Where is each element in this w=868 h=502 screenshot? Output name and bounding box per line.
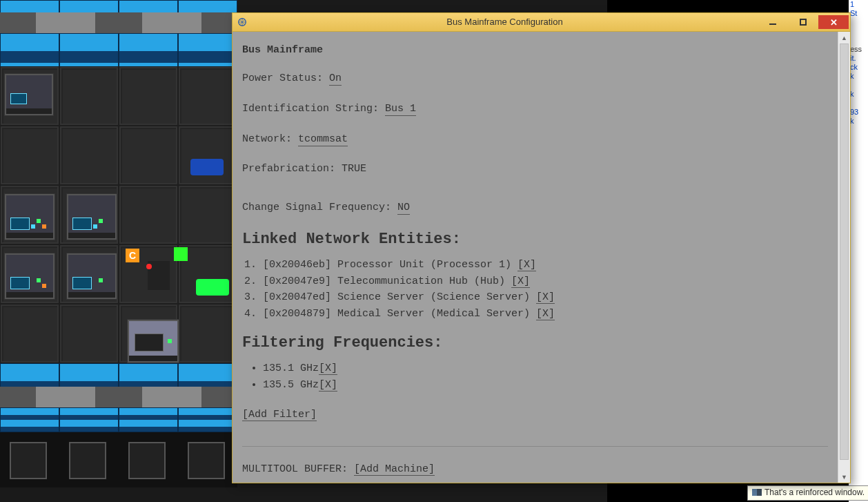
entity-desc: Medical Server (Medical Server)	[337, 308, 530, 320]
bus-machine[interactable]	[66, 253, 117, 300]
floor-tile	[0, 126, 59, 185]
linked-entities-heading: Linked Network Entities:	[242, 231, 828, 248]
minimize-button[interactable]	[758, 15, 788, 29]
vent-tile	[188, 442, 225, 479]
hud-line: St	[850, 9, 868, 18]
entity-row: [0x20047ed] Science Server (Science Serv…	[263, 290, 828, 305]
hud-line: k	[850, 90, 868, 99]
scroll-down-button[interactable]: ▼	[838, 471, 850, 483]
config-window: Bus Mainframe Configuration ✕ Bus Mainfr…	[232, 12, 851, 483]
filter-remove-button[interactable]: [X]	[319, 363, 337, 375]
green-marker-icon	[174, 247, 188, 261]
entity-remove-button[interactable]: [X]	[536, 308, 555, 320]
machine-screen	[10, 93, 27, 104]
machine-screen	[72, 277, 92, 289]
entity-remove-button[interactable]: [X]	[511, 276, 530, 288]
id-string-value[interactable]: Bus 1	[385, 103, 416, 116]
hud-line: ck	[850, 63, 868, 72]
prefab-label: Prefabrication:	[242, 163, 342, 175]
filter-row: 135.5 GHz[X]	[263, 378, 828, 393]
processor-machine[interactable]	[127, 319, 179, 363]
network-value[interactable]: tcommsat	[298, 133, 348, 146]
led-icon	[42, 224, 46, 229]
entity-hex: [0x20046eb]	[263, 259, 331, 271]
processor-window	[135, 334, 164, 351]
entity-hex: [0x20047e9]	[263, 276, 331, 287]
network-label: Network:	[242, 133, 298, 145]
entity-hex: [0x2004879]	[263, 308, 331, 320]
led-icon	[99, 278, 103, 282]
scroll-up-button[interactable]: ▲	[838, 32, 850, 44]
hud-line: 1	[850, 0, 868, 9]
floor-tile	[0, 304, 59, 363]
multitool-label: MULTITOOL BUFFER:	[242, 463, 354, 475]
machine-screen	[10, 218, 30, 230]
entity-remove-button[interactable]: [X]	[517, 259, 536, 271]
entity-desc: Processor Unit (Processor 1)	[337, 259, 511, 271]
power-status-toggle[interactable]: On	[329, 73, 342, 86]
entity-remove-button[interactable]: [X]	[536, 291, 555, 304]
floor-tile	[59, 126, 119, 185]
bus-machine[interactable]	[4, 253, 55, 300]
change-signal-toggle[interactable]: NO	[397, 202, 410, 215]
id-string-field: Identification String: Bus 1	[242, 102, 828, 117]
led-icon	[37, 278, 41, 282]
bus-machine[interactable]	[4, 193, 55, 240]
filter-list: 135.1 GHz[X] 135.5 GHz[X]	[242, 361, 828, 393]
floor-tile	[119, 126, 178, 185]
scroll-thumb[interactable]	[840, 44, 849, 460]
led-icon	[168, 339, 172, 343]
wall-tile	[119, 407, 178, 432]
entity-row: [0x20047e9] Telecommunication Hub (Hub) …	[263, 274, 828, 289]
drone-blue-icon[interactable]	[190, 159, 224, 175]
pipe-tile	[0, 12, 237, 33]
hud-line: it.	[850, 54, 868, 63]
floor-tile	[178, 66, 237, 126]
floor-tile	[178, 304, 237, 363]
wall-tile	[0, 407, 59, 432]
wall-tile	[59, 407, 119, 432]
machine-screen	[10, 277, 30, 289]
filter-freq: 135.5 GHz	[263, 379, 319, 391]
entity-hex: [0x20047ed]	[263, 291, 331, 303]
floor-tile	[178, 185, 237, 244]
change-signal-field: Change Signal Frequency: NO	[242, 200, 828, 215]
floor-tile	[119, 66, 178, 126]
app-icon	[237, 17, 248, 28]
power-status-label: Power Status:	[242, 73, 329, 84]
entity-row: [0x2004879] Medical Server (Medical Serv…	[263, 307, 828, 322]
prefab-value: TRUE	[342, 163, 366, 175]
filter-freq: 135.1 GHz	[263, 363, 319, 374]
window-content: Bus Mainframe Power Status: On Identific…	[233, 32, 838, 483]
prefab-field: Prefabrication: TRUE	[242, 162, 828, 177]
window-icon	[752, 489, 762, 496]
close-button[interactable]: ✕	[818, 15, 849, 29]
hud-line: ess	[850, 45, 868, 54]
filter-remove-button[interactable]: [X]	[319, 379, 337, 392]
add-filter-button[interactable]: [Add Filter]	[242, 409, 317, 421]
bus-machine[interactable]	[66, 193, 117, 240]
window-titlebar[interactable]: Bus Mainframe Configuration ✕	[233, 13, 850, 32]
window-controls: ✕	[758, 15, 850, 29]
scrollbar[interactable]: ▲ ▼	[838, 32, 850, 483]
change-signal-label: Change Signal Frequency:	[242, 202, 397, 213]
entity-desc: Science Server (Science Server)	[337, 291, 530, 303]
examine-tooltip: That's a reinforced window.	[747, 485, 868, 501]
entity-list: [0x20046eb] Processor Unit (Processor 1)…	[242, 258, 828, 322]
add-machine-button[interactable]: [Add Machine]	[354, 463, 435, 476]
entity-desc: Telecommunication Hub (Hub)	[337, 276, 505, 287]
pipe-tile	[0, 387, 237, 407]
maximize-button[interactable]	[788, 15, 818, 29]
floor-tile	[59, 304, 119, 363]
server-machine[interactable]	[4, 73, 54, 116]
led-icon	[93, 224, 97, 229]
vent-tile	[69, 442, 106, 479]
drone-green-icon[interactable]	[196, 279, 229, 296]
hud-line: k	[850, 72, 868, 81]
floor-tile	[119, 185, 178, 244]
divider	[242, 446, 828, 447]
filter-heading: Filtering Frequencies:	[242, 334, 828, 351]
id-string-label: Identification String:	[242, 103, 385, 115]
led-icon	[42, 284, 46, 288]
led-icon	[99, 219, 103, 223]
